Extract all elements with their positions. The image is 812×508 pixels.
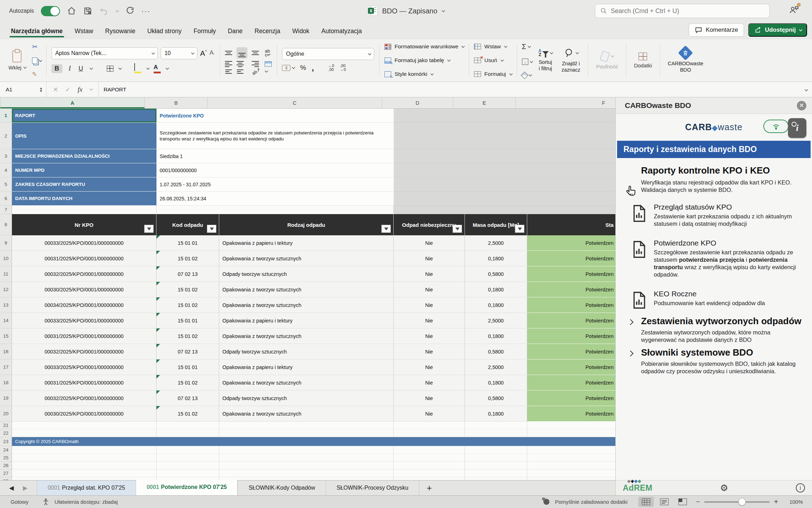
table-cell[interactable]: Nie: [394, 266, 465, 282]
page-layout-view-button[interactable]: [657, 497, 672, 507]
filter-button[interactable]: [144, 225, 154, 233]
row-header-28[interactable]: 28: [0, 477, 12, 480]
row-header-18[interactable]: 18: [0, 375, 12, 391]
page-break-view-button[interactable]: [675, 497, 690, 507]
empty-cell[interactable]: [12, 462, 156, 470]
cut-icon[interactable]: ✂: [32, 43, 41, 51]
worksheet-grid[interactable]: ABCDEF 1RAPORTPotwierdzone KPO2OPISSzcze…: [0, 97, 615, 480]
currency-format-icon[interactable]: $: [282, 65, 294, 71]
table-cell[interactable]: Potwierdzen: [527, 328, 615, 344]
table-cell[interactable]: 00033/2025/KPO/0001/000000000: [12, 313, 156, 328]
empty-gray-area[interactable]: [394, 192, 615, 206]
save-icon[interactable]: [83, 6, 92, 16]
empty-cell[interactable]: [12, 454, 156, 462]
empty-cell[interactable]: [12, 429, 156, 437]
panel-section-4[interactable]: Zestawienia wytworzonych odpadówZestawie…: [616, 315, 812, 346]
row-header-13[interactable]: 13: [0, 297, 12, 313]
percent-format-icon[interactable]: %: [300, 64, 306, 72]
empty-cell[interactable]: [527, 462, 615, 470]
row-header-17[interactable]: 17: [0, 359, 12, 375]
sheet-tab-0[interactable]: 0001Przegląd stat. KPO 07'25: [37, 480, 136, 495]
align-right-icon[interactable]: [252, 61, 259, 67]
cancel-entry-icon[interactable]: ✕: [53, 86, 58, 93]
sheet-nav-next-icon[interactable]: ▶: [23, 484, 27, 492]
table-cell[interactable]: Potwierdzen: [527, 297, 615, 313]
table-cell[interactable]: Nie: [394, 297, 465, 313]
table-cell[interactable]: Potwierdzen: [527, 391, 615, 406]
table-cell[interactable]: 15 01 02: [156, 328, 219, 344]
table-cell[interactable]: Potwierdzen: [527, 406, 615, 422]
table-cell[interactable]: Potwierdzen: [527, 375, 615, 391]
info-value-cell[interactable]: Szczegółowe zestawienie kart przekazania…: [156, 123, 394, 149]
increase-indent-icon[interactable]: [237, 69, 244, 74]
column-header-A[interactable]: A: [0, 97, 145, 108]
row-header-5[interactable]: 5: [0, 177, 12, 192]
info-label-cell[interactable]: DATA IMPORTU DANYCH: [12, 192, 156, 206]
comma-format-icon[interactable]: ,: [312, 63, 314, 73]
empty-cell[interactable]: [394, 470, 465, 477]
table-cell[interactable]: Potwierdzen: [527, 282, 615, 297]
table-cell[interactable]: 00034/2025/KPO/0001/000000000: [12, 297, 156, 313]
document-title[interactable]: X BDO — Zapisano: [368, 5, 444, 17]
info-label-cell[interactable]: ZAKRES CZASOWY RAPORTU: [12, 177, 156, 192]
font-name-select[interactable]: Aptos Narrow (Tek...: [51, 47, 158, 59]
table-cell[interactable]: Odpady tworzyw sztucznych: [219, 344, 394, 359]
table-cell[interactable]: 0,1800: [465, 328, 527, 344]
empty-cell[interactable]: [465, 422, 527, 429]
zoom-slider[interactable]: [704, 501, 770, 503]
filter-button[interactable]: [515, 225, 524, 233]
empty-cell[interactable]: [12, 470, 156, 477]
row-header-25[interactable]: 25: [0, 454, 12, 462]
align-left-icon[interactable]: [225, 61, 232, 67]
table-cell[interactable]: Odpady tworzyw sztucznych: [219, 391, 394, 406]
insert-cells-button[interactable]: Wstaw: [474, 43, 506, 50]
table-cell[interactable]: 15 01 01: [156, 235, 219, 251]
empty-cell[interactable]: [527, 470, 615, 477]
copyright-cell[interactable]: Copyright © 2025 CARBOmath: [12, 437, 615, 446]
wrap-text-icon[interactable]: abc↵: [265, 49, 272, 57]
ribbon-tab-0[interactable]: Narzędzia główne: [11, 28, 63, 39]
empty-cell[interactable]: [156, 422, 219, 429]
row-header-3[interactable]: 3: [0, 149, 12, 163]
name-box-stepper[interactable]: ▲▼: [39, 87, 43, 92]
empty-gray-area[interactable]: [394, 163, 615, 177]
column-header-F[interactable]: F: [516, 97, 615, 108]
increase-font-icon[interactable]: A^: [200, 49, 207, 58]
row-header-22[interactable]: 22: [0, 429, 12, 437]
empty-cell[interactable]: [465, 446, 527, 454]
empty-gray-area[interactable]: [394, 177, 615, 192]
cell-styles-button[interactable]: Style komórki: [385, 71, 433, 77]
table-cell[interactable]: 15 01 02: [156, 297, 219, 313]
table-cell[interactable]: Nie: [394, 344, 465, 359]
empty-cell[interactable]: [527, 422, 615, 429]
info-button[interactable]: i: [788, 118, 806, 138]
row-header-12[interactable]: 12: [0, 282, 12, 297]
empty-cell[interactable]: [394, 462, 465, 470]
empty-cell[interactable]: [465, 462, 527, 470]
copy-icon[interactable]: [32, 58, 41, 64]
table-cell[interactable]: Opakowania z tworzyw sztucznych: [219, 328, 394, 344]
presence-people-icon[interactable]: [789, 4, 799, 15]
info-value-cell[interactable]: 26.08.2025, 15:24:34: [156, 192, 394, 206]
table-header-5[interactable]: Sta: [527, 214, 615, 235]
panel-close-icon[interactable]: ✕: [797, 101, 806, 110]
table-header-0[interactable]: Nr KPO: [12, 214, 156, 235]
alignment-chevron-icon[interactable]: [265, 69, 268, 73]
table-cell[interactable]: 07 02 13: [156, 344, 219, 359]
empty-cell[interactable]: [219, 462, 394, 470]
table-cell[interactable]: Potwierdzen: [527, 313, 615, 328]
table-cell[interactable]: Opakowania z papieru i tektury: [219, 235, 394, 251]
row-header-21[interactable]: 21: [0, 422, 12, 429]
table-cell[interactable]: Opakowania z tworzyw sztucznych: [219, 282, 394, 297]
align-bottom-icon[interactable]: [252, 51, 259, 55]
accessibility-status[interactable]: Ułatwienia dostępu: zbadaj: [55, 499, 118, 505]
info-label-cell[interactable]: RAPORT: [12, 109, 156, 123]
addins-button[interactable]: Dodatki: [631, 53, 655, 68]
comments-button[interactable]: Komentarze: [689, 23, 744, 37]
info-label-cell[interactable]: MIEJSCE PROWADZENIA DZIAŁALNOŚCI: [12, 149, 156, 163]
decrease-indent-icon[interactable]: [225, 69, 232, 74]
table-cell[interactable]: Nie: [394, 251, 465, 266]
ribbon-tab-5[interactable]: Dane: [228, 28, 242, 39]
autosum-icon[interactable]: Σ: [522, 43, 532, 51]
table-cell[interactable]: 0,1800: [465, 297, 527, 313]
